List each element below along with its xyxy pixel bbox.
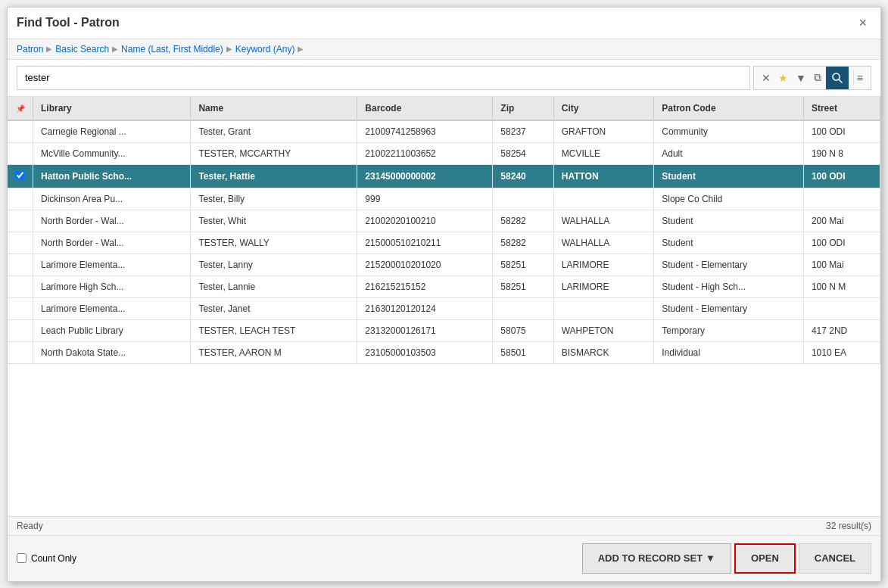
count-only-group: Count Only xyxy=(17,553,76,564)
row-name: Tester, Whit xyxy=(191,210,357,232)
row-checkbox-cell xyxy=(8,188,33,210)
row-name: Tester, Janet xyxy=(191,297,357,319)
open-button[interactable]: OPEN xyxy=(734,543,796,574)
row-barcode: 999 xyxy=(357,188,493,210)
row-zip: 58237 xyxy=(493,120,553,143)
row-checkbox-cell xyxy=(8,210,33,232)
search-button[interactable] xyxy=(826,67,849,89)
row-library: North Border - Wal... xyxy=(33,210,191,232)
results-count: 32 result(s) xyxy=(826,521,871,531)
table-row[interactable]: North Border - Wal...Tester, Whit2100202… xyxy=(8,210,880,232)
table-row[interactable]: North Border - Wal...TESTER, WALLY215000… xyxy=(8,232,880,254)
row-patron_code: Student - Elementary xyxy=(654,254,804,275)
row-city: WALHALLA xyxy=(553,232,654,254)
action-buttons: ADD TO RECORD SET ▼ OPEN CANCEL xyxy=(582,543,871,574)
find-tool-dialog: Find Tool - Patron × Patron ▶ Basic Sear… xyxy=(7,7,881,582)
table-row[interactable]: Larimore Elementa...Tester, Janet2163012… xyxy=(8,297,880,319)
filter-button[interactable]: ▼ xyxy=(793,70,809,86)
add-record-set-label: ADD TO RECORD SET xyxy=(598,552,703,564)
count-only-checkbox[interactable] xyxy=(17,553,26,563)
row-checkbox-cell xyxy=(8,120,33,143)
table-row[interactable]: Larimore High Sch...Tester, Lannie216215… xyxy=(8,275,880,297)
row-city: HATTON xyxy=(553,164,654,188)
breadcrumb-sep-2: ▶ xyxy=(112,45,118,53)
col-zip[interactable]: Zip xyxy=(493,97,553,120)
row-patron_code: Student xyxy=(654,164,804,188)
col-library[interactable]: Library xyxy=(33,97,191,120)
add-to-record-set-button[interactable]: ADD TO RECORD SET ▼ xyxy=(582,543,731,574)
row-barcode: 21009741258963 xyxy=(357,120,493,143)
search-icon xyxy=(832,73,843,83)
table-row[interactable]: Hatton Public Scho...Tester, Hattie23145… xyxy=(8,164,880,188)
row-library: Larimore Elementa... xyxy=(33,297,191,319)
row-city: LARIMORE xyxy=(553,254,654,275)
row-barcode: 21630120120124 xyxy=(357,297,493,319)
row-city: GRAFTON xyxy=(553,120,654,143)
row-barcode: 215200010201020 xyxy=(357,254,493,275)
row-library: Carnegie Regional ... xyxy=(33,120,191,143)
row-barcode: 216215215152 xyxy=(357,275,493,297)
row-street xyxy=(803,297,880,319)
breadcrumb-name[interactable]: Name (Last, First Middle) xyxy=(121,44,223,54)
breadcrumb: Patron ▶ Basic Search ▶ Name (Last, Firs… xyxy=(8,39,880,60)
row-patron_code: Student - Elementary xyxy=(654,297,804,319)
col-patron-code[interactable]: Patron Code xyxy=(654,97,804,120)
row-library: Hatton Public Scho... xyxy=(33,164,191,188)
col-barcode[interactable]: Barcode xyxy=(357,97,493,120)
table-row[interactable]: Carnegie Regional ...Tester, Grant210097… xyxy=(8,120,880,143)
row-city xyxy=(553,188,654,210)
menu-button[interactable]: ≡ xyxy=(853,70,866,86)
row-city xyxy=(553,297,654,319)
search-bar: ✕ ★ ▼ ⧉ ≡ xyxy=(8,60,880,97)
row-checkbox-cell xyxy=(8,142,33,164)
copy-button[interactable]: ⧉ xyxy=(811,70,824,86)
ready-status: Ready xyxy=(17,521,43,531)
row-name: TESTER, AARON M xyxy=(191,341,357,363)
row-zip: 58251 xyxy=(493,275,553,297)
close-button[interactable]: × xyxy=(854,14,871,33)
row-barcode: 23132000126171 xyxy=(357,319,493,341)
table-row[interactable]: North Dakota State...TESTER, AARON M2310… xyxy=(8,341,880,363)
row-street: 200 Mai xyxy=(803,210,880,232)
row-checkbox-cell xyxy=(8,164,33,188)
row-zip xyxy=(493,297,553,319)
row-library: North Border - Wal... xyxy=(33,232,191,254)
table-row[interactable]: Dickinson Area Pu...Tester, Billy999Slop… xyxy=(8,188,880,210)
col-street[interactable]: Street xyxy=(803,97,880,120)
row-name: Tester, Lannie xyxy=(191,275,357,297)
pin-icon: 📌 xyxy=(16,104,25,113)
row-patron_code: Community xyxy=(654,120,804,143)
breadcrumb-sep-1: ▶ xyxy=(46,45,52,53)
search-input[interactable] xyxy=(17,66,750,90)
breadcrumb-patron[interactable]: Patron xyxy=(17,44,43,54)
row-checkbox[interactable] xyxy=(15,170,25,180)
row-checkbox-cell xyxy=(8,275,33,297)
results-table: 📌 Library Name Barcode Zip City Patron C… xyxy=(8,97,880,364)
row-barcode: 23145000000002 xyxy=(357,164,493,188)
row-name: TESTER, WALLY xyxy=(191,232,357,254)
row-patron_code: Adult xyxy=(654,142,804,164)
breadcrumb-keyword[interactable]: Keyword (Any) xyxy=(235,44,295,54)
row-library: Dickinson Area Pu... xyxy=(33,188,191,210)
row-name: Tester, Grant xyxy=(191,120,357,143)
row-street: 100 ODI xyxy=(803,120,880,143)
row-patron_code: Student - High Sch... xyxy=(654,275,804,297)
table-row[interactable]: Leach Public LibraryTESTER, LEACH TEST23… xyxy=(8,319,880,341)
row-zip: 58251 xyxy=(493,254,553,275)
row-zip: 58240 xyxy=(493,164,553,188)
clear-button[interactable]: ✕ xyxy=(759,70,774,86)
row-name: TESTER, LEACH TEST xyxy=(191,319,357,341)
favorite-button[interactable]: ★ xyxy=(775,70,791,86)
table-row[interactable]: McVille Community...TESTER, MCCARTHY2100… xyxy=(8,142,880,164)
results-table-container[interactable]: 📌 Library Name Barcode Zip City Patron C… xyxy=(8,97,880,516)
row-zip: 58254 xyxy=(493,142,553,164)
row-zip: 58501 xyxy=(493,341,553,363)
col-name[interactable]: Name xyxy=(191,97,357,120)
cancel-button[interactable]: CANCEL xyxy=(799,543,871,574)
svg-line-1 xyxy=(839,79,842,82)
row-patron_code: Student xyxy=(654,232,804,254)
col-city[interactable]: City xyxy=(553,97,654,120)
table-row[interactable]: Larimore Elementa...Tester, Lanny2152000… xyxy=(8,254,880,275)
row-zip: 58282 xyxy=(493,232,553,254)
breadcrumb-basic-search[interactable]: Basic Search xyxy=(55,44,109,54)
